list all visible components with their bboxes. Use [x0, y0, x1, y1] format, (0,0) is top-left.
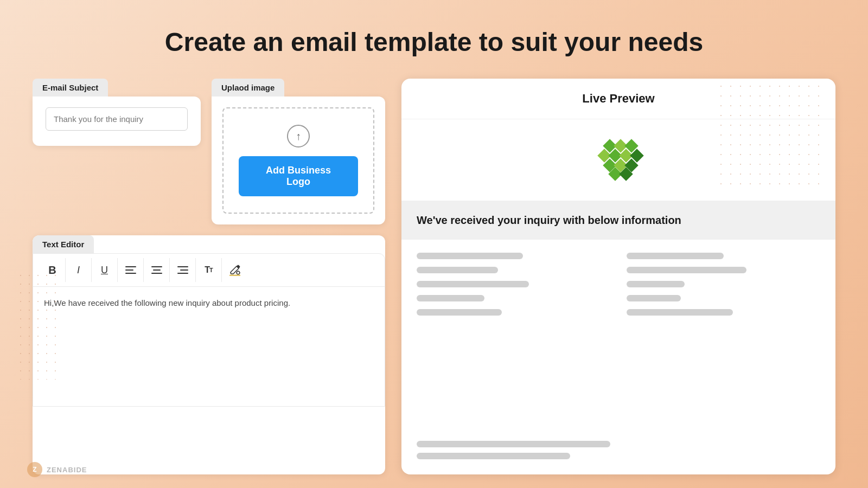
text-editor-label: Text Editor — [33, 235, 94, 253]
preview-data-section — [401, 240, 835, 435]
editor-content-area[interactable]: Hi,We have received the following new in… — [33, 287, 385, 406]
fill-color-button[interactable] — [222, 258, 248, 282]
footer-bar-1 — [417, 441, 610, 447]
data-bar-10 — [627, 309, 733, 316]
dots-decoration-right — [716, 81, 825, 190]
fill-color-icon — [229, 264, 241, 276]
data-bar-1 — [417, 253, 523, 259]
footer-bar-2 — [417, 453, 570, 459]
text-editor-body: B I U — [33, 253, 385, 407]
underline-button[interactable]: U — [92, 258, 118, 282]
email-subject-section: E-mail Subject — [33, 79, 201, 224]
email-subject-input[interactable] — [46, 107, 188, 131]
page-title: Create an email template to suit your ne… — [0, 0, 868, 79]
data-bar-2 — [627, 253, 724, 259]
data-grid — [417, 253, 820, 316]
data-bar-7 — [417, 295, 484, 301]
preview-footer — [401, 435, 835, 474]
font-size-button[interactable]: TT — [196, 258, 222, 282]
data-bar-4 — [627, 267, 746, 273]
top-section: E-mail Subject Uplaod image ↑ Add Busine… — [33, 79, 385, 224]
italic-button[interactable]: I — [66, 258, 92, 282]
align-right-icon — [177, 265, 189, 275]
align-left-icon — [125, 265, 137, 275]
svg-rect-9 — [229, 275, 240, 277]
add-logo-button[interactable]: Add Business Logo — [239, 156, 358, 196]
data-bar-8 — [627, 295, 681, 301]
align-center-button[interactable] — [144, 258, 170, 282]
brand-name: ZENABIDE — [47, 466, 87, 474]
data-bar-9 — [417, 309, 502, 316]
email-subject-label: E-mail Subject — [33, 79, 108, 97]
dots-decoration-left — [16, 271, 60, 380]
data-bar-3 — [417, 267, 498, 273]
left-column: E-mail Subject Uplaod image ↑ Add Busine… — [33, 79, 385, 474]
brand-icon: Z — [27, 462, 42, 477]
align-center-icon — [151, 265, 163, 275]
data-bar-5 — [417, 281, 529, 287]
upload-dropzone[interactable]: ↑ Add Business Logo — [222, 107, 374, 214]
bottom-brand: Z ZENABIDE — [27, 462, 87, 477]
upload-image-section: Uplaod image ↑ Add Business Logo — [212, 79, 385, 224]
align-right-button[interactable] — [170, 258, 196, 282]
upload-icon: ↑ — [287, 125, 310, 147]
preview-message-banner: We've received your inquiry with below i… — [401, 201, 835, 240]
align-left-button[interactable] — [118, 258, 144, 282]
data-bar-6 — [627, 281, 685, 287]
text-editor-section: Text Editor B I U — [33, 235, 385, 474]
editor-text: Hi,We have received the following new in… — [44, 298, 290, 307]
preview-logo — [589, 136, 648, 184]
editor-toolbar: B I U — [33, 254, 385, 287]
upload-image-label: Uplaod image — [212, 79, 284, 97]
